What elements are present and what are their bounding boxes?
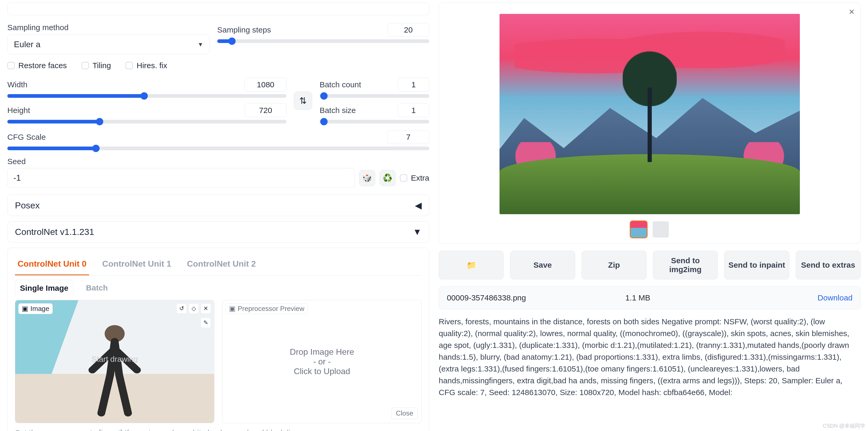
remove-image-button[interactable]: ✕ <box>200 303 211 314</box>
undo-button[interactable]: ↺ <box>176 303 187 314</box>
thumbnail-1[interactable] <box>630 220 648 238</box>
image-tag: ▣Image <box>18 303 53 314</box>
sampling-steps-value[interactable]: 20 <box>388 23 429 37</box>
random-seed-button[interactable]: 🎲 <box>359 170 375 186</box>
close-preview-button[interactable]: Close <box>392 407 418 419</box>
preprocessor-hint: Set the preprocessor to [invert] If your… <box>15 428 422 431</box>
controlnet-image-pane[interactable]: Start drawing ▣Image ↺ ◇ ✕ ✎ <box>15 300 214 423</box>
preprocessor-preview-pane[interactable]: ▣Preprocessor Preview Drop Image Here - … <box>222 300 422 423</box>
image-icon: ▣ <box>22 305 28 313</box>
batch-count-slider[interactable] <box>319 94 429 98</box>
tab-controlnet-unit-1[interactable]: ControlNet Unit 1 <box>100 255 174 275</box>
triangle-left-icon: ◀ <box>415 200 422 211</box>
sampling-method-label: Sampling method <box>7 23 210 32</box>
batch-size-value[interactable]: 1 <box>398 103 429 117</box>
cfg-slider[interactable] <box>7 147 429 150</box>
extra-seed-checkbox[interactable]: Extra <box>400 174 429 182</box>
edit-button[interactable]: ✎ <box>200 317 211 328</box>
send-to-inpaint-button[interactable]: Send to inpaint <box>724 251 789 279</box>
swap-dimensions-button[interactable]: ⇅ <box>294 92 312 110</box>
sampling-method-value: Euler a <box>14 39 40 49</box>
width-slider[interactable] <box>7 94 286 98</box>
triangle-down-icon: ▼ <box>413 227 422 237</box>
send-to-extras-button[interactable]: Send to extras <box>796 251 861 279</box>
send-to-img2img-button[interactable]: Send to img2img <box>653 251 718 279</box>
open-folder-button[interactable]: 📁 <box>439 251 504 279</box>
subtab-batch[interactable]: Batch <box>81 280 113 296</box>
folder-icon: 📁 <box>466 260 476 270</box>
height-value[interactable]: 720 <box>245 103 286 117</box>
file-size: 1.1 MB <box>625 294 817 302</box>
erase-button[interactable]: ◇ <box>188 303 199 314</box>
preview-tag: ▣Preprocessor Preview <box>226 303 308 314</box>
file-info-bar: 00009-357486338.png 1.1 MB Download <box>439 286 861 309</box>
width-value[interactable]: 1080 <box>245 78 286 92</box>
download-link[interactable]: Download <box>818 294 852 302</box>
save-button[interactable]: Save <box>510 251 575 279</box>
file-name: 00009-357486338.png <box>447 294 625 302</box>
cfg-value[interactable]: 7 <box>388 130 429 144</box>
tab-controlnet-unit-2[interactable]: ControlNet Unit 2 <box>184 255 258 275</box>
tab-controlnet-unit-0[interactable]: ControlNet Unit 0 <box>15 255 89 275</box>
height-slider[interactable] <box>7 120 286 123</box>
watermark: CSDN @幸福同学 <box>823 422 865 429</box>
height-label: Height <box>7 106 30 115</box>
subtab-single-image[interactable]: Single Image <box>15 280 73 296</box>
output-gallery: ✕ <box>439 3 861 244</box>
controlnet-accordion[interactable]: ControlNet v1.1.231 ▼ <box>7 221 429 243</box>
seed-label: Seed <box>7 157 429 166</box>
controlnet-panel: ControlNet Unit 0 ControlNet Unit 1 Cont… <box>7 248 429 431</box>
output-image[interactable] <box>499 14 800 214</box>
tiling-checkbox[interactable]: Tiling <box>82 61 111 70</box>
width-label: Width <box>7 80 28 89</box>
reuse-seed-button[interactable]: ♻️ <box>379 170 396 186</box>
posex-accordion[interactable]: Posex ◀ <box>7 194 429 216</box>
image-icon: ▣ <box>229 305 236 313</box>
batch-count-value[interactable]: 1 <box>398 78 429 92</box>
batch-size-slider[interactable] <box>319 120 429 123</box>
sampling-method-select[interactable]: Euler a ▼ <box>7 35 210 54</box>
batch-count-label: Batch count <box>319 80 361 89</box>
batch-size-label: Batch size <box>319 106 355 115</box>
cfg-label: CFG Scale <box>7 133 46 142</box>
sampling-steps-label: Sampling steps <box>217 25 271 34</box>
zip-button[interactable]: Zip <box>582 251 647 279</box>
restore-faces-checkbox[interactable]: Restore faces <box>7 61 67 70</box>
close-icon[interactable]: ✕ <box>848 8 855 16</box>
thumbnail-2[interactable] <box>652 220 670 238</box>
seed-input[interactable]: -1 <box>7 168 355 188</box>
start-drawing-overlay: Start drawing <box>91 355 138 364</box>
sampling-steps-slider[interactable] <box>217 39 429 43</box>
generation-metadata: Rivers, forests, mountains in the distan… <box>439 316 861 398</box>
prompt-input[interactable] <box>7 3 429 15</box>
chevron-down-icon: ▼ <box>197 41 204 48</box>
hires-fix-checkbox[interactable]: Hires. fix <box>126 61 167 70</box>
